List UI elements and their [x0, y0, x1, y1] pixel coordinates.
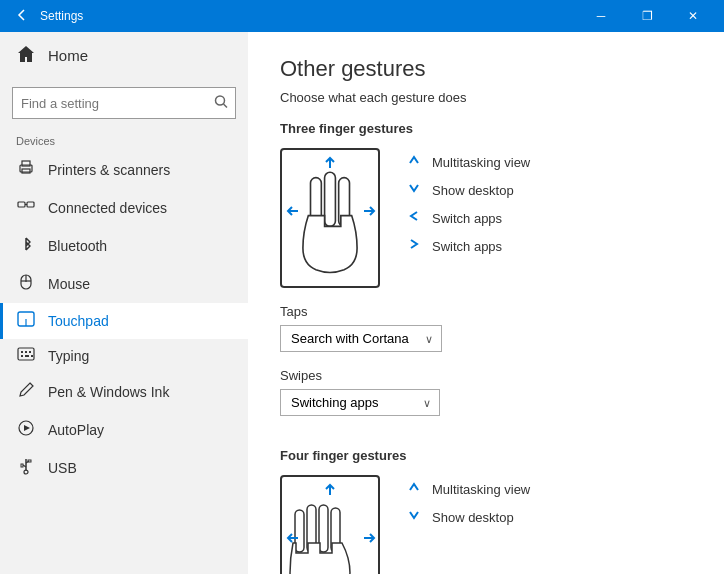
pen-label: Pen & Windows Ink	[48, 384, 169, 400]
devices-section-label: Devices	[0, 127, 248, 151]
four-finger-option-0: Multitasking view	[404, 479, 530, 499]
sidebar-item-home[interactable]: Home	[0, 32, 248, 79]
four-finger-arrow-right	[362, 531, 376, 548]
three-finger-options: Multitasking view Show desktop Switch ap…	[404, 152, 530, 256]
svg-rect-17	[21, 355, 23, 357]
gesture-option-label-0: Multitasking view	[432, 155, 530, 170]
four-up-arrow-icon	[404, 479, 424, 499]
window-controls: ─ ❐ ✕	[578, 0, 716, 32]
touchpad-label: Touchpad	[48, 313, 109, 329]
gesture-option-label-1: Show desktop	[432, 183, 514, 198]
svg-point-0	[216, 96, 225, 105]
back-button[interactable]	[8, 3, 36, 29]
taps-value: Search with Cortana	[291, 331, 409, 346]
search-box	[12, 87, 236, 119]
down-arrow-icon	[404, 180, 424, 200]
page-title: Other gestures	[280, 56, 692, 82]
search-icon	[214, 95, 228, 112]
svg-rect-19	[31, 355, 33, 357]
swipes-section: Swipes Switching apps	[280, 368, 692, 432]
three-finger-heading: Three finger gestures	[280, 121, 692, 136]
bluetooth-label: Bluetooth	[48, 238, 107, 254]
taps-section: Taps Search with Cortana	[280, 304, 692, 368]
four-down-arrow-icon	[404, 507, 424, 527]
svg-rect-15	[25, 351, 27, 353]
four-finger-heading: Four finger gestures	[280, 448, 692, 463]
three-finger-gesture-area: Multitasking view Show desktop Switch ap…	[280, 148, 692, 288]
gesture-option-0: Multitasking view	[404, 152, 530, 172]
sidebar-item-printers[interactable]: Printers & scanners	[0, 151, 248, 189]
swipes-dropdown[interactable]: Switching apps	[280, 389, 440, 416]
titlebar: Settings ─ ❐ ✕	[0, 0, 724, 32]
up-arrow-icon	[404, 152, 424, 172]
svg-rect-6	[27, 202, 34, 207]
gesture-arrow-left	[286, 204, 300, 221]
autoplay-label: AutoPlay	[48, 422, 104, 438]
four-finger-options: Multitasking view Show desktop	[404, 479, 530, 527]
connected-label: Connected devices	[48, 200, 167, 216]
four-finger-section: Four finger gestures	[280, 448, 692, 574]
four-finger-option-label-0: Multitasking view	[432, 482, 530, 497]
gesture-option-label-2: Switch apps	[432, 211, 502, 226]
sidebar-item-touchpad[interactable]: Touchpad	[0, 303, 248, 339]
svg-rect-32	[325, 172, 336, 226]
swipes-label: Swipes	[280, 368, 692, 383]
typing-label: Typing	[48, 348, 89, 364]
gesture-option-label-3: Switch apps	[432, 239, 502, 254]
pen-icon	[16, 381, 36, 403]
taps-dropdown[interactable]: Search with Cortana	[280, 325, 442, 352]
svg-rect-24	[28, 460, 31, 462]
bluetooth-icon	[16, 235, 36, 257]
svg-rect-14	[21, 351, 23, 353]
mouse-label: Mouse	[48, 276, 90, 292]
four-finger-gesture-area: Multitasking view Show desktop	[280, 475, 692, 574]
sidebar-item-pen[interactable]: Pen & Windows Ink	[0, 373, 248, 411]
minimize-button[interactable]: ─	[578, 0, 624, 32]
main-container: Home Devices Printers & scanners Connect…	[0, 32, 724, 574]
sidebar-item-mouse[interactable]: Mouse	[0, 265, 248, 303]
taps-label: Taps	[280, 304, 692, 319]
typing-icon	[16, 347, 36, 365]
connected-icon	[16, 197, 36, 219]
page-subtitle: Choose what each gesture does	[280, 90, 692, 105]
gesture-arrow-right	[362, 204, 376, 221]
three-finger-gesture-illustration	[280, 148, 380, 288]
svg-rect-13	[18, 348, 34, 360]
restore-button[interactable]: ❐	[624, 0, 670, 32]
sidebar: Home Devices Printers & scanners Connect…	[0, 32, 248, 574]
sidebar-item-typing[interactable]: Typing	[0, 339, 248, 373]
svg-line-1	[224, 104, 228, 108]
gesture-arrow-up	[323, 156, 337, 174]
right-arrow-icon	[404, 236, 424, 256]
four-finger-option-1: Show desktop	[404, 507, 530, 527]
four-finger-gesture-illustration	[280, 475, 380, 574]
sidebar-item-autoplay[interactable]: AutoPlay	[0, 411, 248, 449]
touchpad-icon	[16, 311, 36, 331]
swipes-value: Switching apps	[291, 395, 378, 410]
home-icon	[16, 44, 36, 67]
svg-rect-26	[21, 464, 23, 467]
usb-label: USB	[48, 460, 77, 476]
sidebar-item-connected[interactable]: Connected devices	[0, 189, 248, 227]
content-area: Other gestures Choose what each gesture …	[248, 32, 724, 574]
four-finger-option-label-1: Show desktop	[432, 510, 514, 525]
sidebar-item-usb[interactable]: USB	[0, 449, 248, 487]
home-label: Home	[48, 47, 88, 64]
search-input[interactable]	[12, 87, 236, 119]
svg-marker-21	[24, 425, 30, 431]
close-button[interactable]: ✕	[670, 0, 716, 32]
sidebar-item-bluetooth[interactable]: Bluetooth	[0, 227, 248, 265]
four-finger-arrow-up	[323, 483, 337, 501]
svg-rect-18	[25, 355, 29, 357]
printer-icon	[16, 159, 36, 181]
gesture-option-2: Switch apps	[404, 208, 530, 228]
printers-label: Printers & scanners	[48, 162, 170, 178]
gesture-option-1: Show desktop	[404, 180, 530, 200]
four-finger-arrow-left	[286, 531, 300, 548]
autoplay-icon	[16, 419, 36, 441]
left-arrow-icon	[404, 208, 424, 228]
usb-icon	[16, 457, 36, 479]
svg-rect-5	[18, 202, 25, 207]
titlebar-title: Settings	[40, 9, 578, 23]
gesture-option-3: Switch apps	[404, 236, 530, 256]
